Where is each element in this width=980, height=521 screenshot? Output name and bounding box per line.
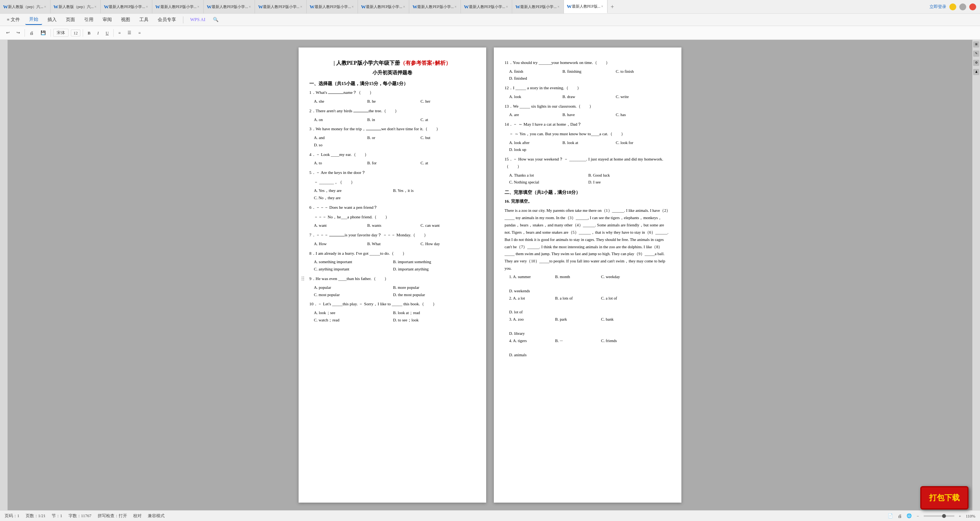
menu-view[interactable]: 视图 (117, 15, 134, 25)
tb-save[interactable]: 💾 (38, 29, 48, 36)
download-badge[interactable]: 打包下载 (920, 486, 969, 510)
tb-undo[interactable]: ↩ (4, 29, 12, 36)
tab-1-close[interactable]: × (43, 4, 47, 10)
search-icon[interactable]: 🔍 (213, 17, 219, 23)
tab-4-close[interactable]: × (196, 4, 200, 10)
q2-opt-c: C. at (421, 117, 474, 123)
tab-11[interactable]: W 最新人教PEP版小学... × (512, 0, 564, 13)
view-print-icon[interactable]: 🖨 (898, 514, 902, 518)
menu-tools[interactable]: 工具 (136, 15, 152, 25)
tab-7-label: 最新人教PEP版小学... (315, 4, 351, 10)
tab-2[interactable]: W 新人教版（pep）六... × (51, 0, 101, 13)
tb-italic[interactable]: I (95, 29, 101, 36)
menu-ref[interactable]: 引用 (80, 15, 97, 25)
menu-wps-ai[interactable]: WPS AI (186, 15, 209, 24)
view-normal-icon[interactable]: 📄 (888, 513, 893, 518)
window-controls: 立即登录 (926, 3, 980, 10)
tb-font-name[interactable]: 宋体 (53, 29, 69, 37)
tab-3[interactable]: W 最新人教PEP版小学... × (101, 0, 152, 13)
q15-opt-c: C. Nothing special (509, 179, 588, 186)
tb-print[interactable]: 🖨 (27, 29, 36, 36)
q13-opt-a: A. are (509, 112, 562, 118)
minimize-button[interactable] (949, 3, 956, 10)
tab-1[interactable]: W 新人教版（pep）六... × (0, 0, 51, 13)
menu-insert[interactable]: 插入 (44, 15, 60, 25)
question-11: 11．You should try ______your homework on… (505, 59, 671, 66)
title-bar: W 新人教版（pep）六... × W 新人教版（pep）六... × W 最新… (0, 0, 980, 14)
menu-page[interactable]: 页面 (62, 15, 79, 25)
maximize-button[interactable] (959, 3, 966, 10)
zoom-in-button[interactable]: + (959, 514, 961, 518)
tab-9-close[interactable]: × (454, 4, 457, 10)
close-button[interactable] (969, 3, 976, 10)
tab-10[interactable]: W 最新人教PEP版小学... × (461, 0, 512, 13)
q10-opt-c: C. watch；read (314, 317, 393, 324)
menu-separator (183, 16, 183, 23)
tab-1-label: 新人教版（pep）六... (8, 4, 43, 10)
question-6-sub: －－－ No，he___a phone friend.（ ） (314, 213, 475, 221)
word-icon-2: W (54, 4, 59, 10)
tab-7[interactable]: W 最新人教PEP版小学... × (307, 0, 358, 13)
zoom-out-button[interactable]: − (916, 514, 919, 518)
status-proofread: 校对 (133, 513, 142, 519)
menu-vip[interactable]: 会员专享 (154, 15, 180, 25)
add-tab-button[interactable]: + (608, 3, 617, 10)
tab-10-close[interactable]: × (505, 4, 509, 10)
tab-11-close[interactable]: × (557, 4, 560, 10)
q11-opt-b: B. finishing (562, 69, 616, 75)
tab-8[interactable]: W 最新人教PEP版小学... × (358, 0, 409, 13)
right-panel-btn-2[interactable]: ✎ (973, 51, 979, 57)
tab-6-close[interactable]: × (299, 4, 303, 10)
menu-file[interactable]: ≡ 文件 (3, 15, 24, 25)
q12-opt-c: C. write (616, 94, 669, 100)
login-button[interactable]: 立即登录 (929, 4, 946, 10)
right-panel-btn-1[interactable]: ⊞ (973, 41, 979, 48)
b2-opt-d: D. lot of (509, 309, 547, 316)
tab-12-close[interactable]: × (600, 3, 604, 9)
menu-review[interactable]: 审阅 (99, 15, 116, 25)
q10-opt-d: D. to see；look (393, 317, 472, 324)
tab-6[interactable]: W 最新人教PEP版小学... × (255, 0, 306, 13)
question-14-sub: － ～ Yes，you can. But you must know how t… (509, 130, 671, 138)
tab-9[interactable]: W 最新人教PEP版小学... × (409, 0, 461, 13)
q4-opt-a: A. to (314, 160, 367, 167)
tb-align-right[interactable]: ≡ (136, 29, 143, 36)
tab-7-close[interactable]: × (351, 4, 354, 10)
q4-opt-b: B. for (367, 160, 420, 167)
word-icon-3: W (104, 4, 109, 10)
q1-opt-a: A. she (314, 98, 367, 105)
word-icon-4: W (155, 4, 160, 10)
q13-opt-c: C. has (616, 112, 669, 118)
q14-opt-a: A. look after (509, 140, 562, 146)
menu-bar: ≡ 文件 开始 插入 页面 引用 审阅 视图 工具 会员专享 WPS AI 🔍 (0, 14, 980, 26)
tab-4[interactable]: W 最新人教PEP版小学... × (152, 0, 204, 13)
tab-5[interactable]: W 最新人教PEP版小学... × (204, 0, 255, 13)
blank-3-options: 3. A. zoo B. park C. bank D. library (509, 316, 671, 337)
tab-3-label: 最新人教PEP版小学... (109, 4, 145, 10)
tb-align-center[interactable]: ☰ (125, 29, 134, 36)
q5-opt-b: B. Yes，it is (393, 188, 472, 194)
menu-home[interactable]: 开始 (25, 15, 42, 25)
question-12: 12．I _____ a story in the evening.（ ） (505, 84, 671, 92)
tab-5-close[interactable]: × (248, 4, 252, 10)
b1-opt-a: 1. A. summer (509, 274, 547, 280)
q9-opt-a: A. popular (314, 285, 393, 291)
tb-redo[interactable]: ↪ (14, 29, 22, 36)
q8-opt-b: B. important something (393, 259, 472, 265)
tab-12[interactable]: W 最新人教PEP版... × (564, 0, 608, 13)
tb-align-left[interactable]: ≡ (116, 29, 123, 36)
right-panel-btn-4[interactable]: ♟ (973, 69, 979, 75)
right-panel-btn-3[interactable]: ⚙ (973, 60, 979, 66)
b4-opt-c: C. friends (601, 338, 639, 344)
zoom-slider[interactable] (924, 515, 954, 517)
tab-2-close[interactable]: × (94, 4, 98, 10)
b3-opt-a: 3. A. zoo (509, 316, 547, 323)
tb-underline[interactable]: U (103, 29, 111, 36)
tab-8-close[interactable]: × (402, 4, 406, 10)
q6-opt-c: C. can want (421, 223, 474, 229)
tab-3-close[interactable]: × (145, 4, 149, 10)
tb-bold[interactable]: B (85, 29, 93, 36)
view-web-icon[interactable]: 🌐 (906, 513, 912, 518)
q3-opt-a: A. and (314, 135, 367, 141)
tb-font-size[interactable]: 12 (71, 29, 80, 36)
